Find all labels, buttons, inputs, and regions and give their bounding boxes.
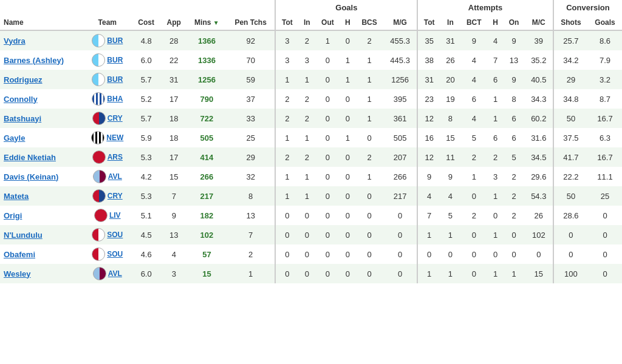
team-logo-icon: [92, 112, 106, 125]
col-goals-bcs: BCS: [355, 15, 383, 30]
player-goals-h: 0: [340, 147, 355, 167]
col-goals-in: In: [298, 15, 315, 30]
player-goals-out: 0: [315, 206, 340, 225]
player-mins: 1336: [187, 50, 227, 70]
player-name[interactable]: Origi: [0, 206, 83, 225]
player-goals-mg: 0: [383, 244, 417, 264]
player-cost: 5.2: [132, 89, 161, 109]
player-app: 7: [160, 186, 187, 206]
player-conv-goals: 0: [588, 264, 622, 283]
player-cost: 6.0: [132, 50, 161, 70]
player-name[interactable]: Gayle: [0, 128, 83, 147]
table-row: Mateta CRY 5.3 7 217 8 1 1 0 0 0 217 4 4…: [0, 186, 622, 206]
player-goals-mg: 207: [383, 147, 417, 167]
player-att-in: 9: [440, 167, 460, 186]
player-pen-tchs: 92: [227, 30, 276, 50]
table-row: Rodriguez BUR 5.7 31 1256 59 1 1 0 1 1 1…: [0, 70, 622, 89]
player-att-mc: 60.2: [525, 109, 553, 128]
player-conv-shots: 37.5: [553, 128, 588, 147]
player-att-on: 2: [503, 206, 524, 225]
player-pen-tchs: 33: [227, 109, 276, 128]
team-logo-icon: [94, 209, 108, 222]
player-goals-mg: 395: [383, 89, 417, 109]
player-goals-bcs: 0: [355, 244, 383, 264]
table-row: Barnes (Ashley) BUR 6.0 22 1336 70 3 3 0…: [0, 50, 622, 70]
player-goals-tot: 0: [275, 264, 298, 283]
player-att-in: 4: [440, 186, 460, 206]
player-conv-shots: 41.7: [553, 147, 588, 167]
player-mins: 57: [187, 244, 227, 264]
player-name[interactable]: Mateta: [0, 186, 83, 206]
player-goals-in: 1: [298, 70, 315, 89]
player-att-tot: 31: [417, 70, 440, 89]
player-name[interactable]: Obafemi: [0, 244, 83, 264]
player-name[interactable]: Wesley: [0, 264, 83, 283]
player-mins: 414: [187, 147, 227, 167]
player-goals-mg: 1256: [383, 70, 417, 89]
player-name[interactable]: Davis (Keinan): [0, 167, 83, 186]
player-cost: 5.9: [132, 128, 161, 147]
team-logo-icon: [92, 248, 105, 261]
col-att-tot: Tot: [417, 15, 440, 30]
table-row: Origi LIV 5.1 9 182 13 0 0 0 0 0 0 7 5 2…: [0, 206, 622, 225]
conversion-group-header: Conversion: [553, 0, 622, 15]
player-name[interactable]: Connolly: [0, 89, 83, 109]
player-att-on: 2: [503, 167, 524, 186]
player-att-on: 0: [503, 225, 524, 244]
player-goals-bcs: 2: [355, 147, 383, 167]
team-logo-icon: [92, 34, 105, 47]
player-cost: 5.3: [132, 147, 161, 167]
col-conv-goals: Goals: [588, 15, 622, 30]
player-att-bct: 4: [460, 109, 488, 128]
player-goals-h: 1: [340, 50, 355, 70]
player-team: BHA: [83, 89, 132, 109]
col-team: Team: [83, 15, 132, 30]
player-att-bct: 0: [460, 264, 488, 283]
player-cost: 5.7: [132, 109, 161, 128]
player-att-mc: 26: [525, 206, 553, 225]
player-att-in: 19: [440, 89, 460, 109]
col-att-bct: BCT: [460, 15, 488, 30]
player-conv-goals: 16.7: [588, 109, 622, 128]
player-goals-out: 0: [315, 244, 340, 264]
player-mins: 1256: [187, 70, 227, 89]
player-app: 18: [160, 128, 187, 147]
player-name[interactable]: Barnes (Ashley): [0, 50, 83, 70]
player-att-h: 7: [488, 50, 503, 70]
player-goals-bcs: 0: [355, 128, 383, 147]
player-goals-mg: 0: [383, 264, 417, 283]
col-goals-tot: Tot: [275, 15, 298, 30]
team-logo-icon: [92, 189, 106, 203]
player-pen-tchs: 32: [227, 167, 276, 186]
player-goals-in: 2: [298, 89, 315, 109]
player-conv-shots: 50: [553, 109, 588, 128]
player-name[interactable]: Rodriguez: [0, 70, 83, 89]
player-att-tot: 16: [417, 128, 440, 147]
player-conv-shots: 100: [553, 264, 588, 283]
player-goals-bcs: 1: [355, 70, 383, 89]
player-att-h: 6: [488, 128, 503, 147]
player-goals-bcs: 0: [355, 186, 383, 206]
player-cost: 6.0: [132, 264, 161, 283]
player-goals-tot: 0: [275, 206, 298, 225]
player-att-tot: 12: [417, 147, 440, 167]
player-goals-in: 2: [298, 109, 315, 128]
player-name[interactable]: Vydra: [0, 30, 83, 50]
player-att-bct: 0: [460, 186, 488, 206]
player-goals-in: 0: [298, 225, 315, 244]
player-att-bct: 0: [460, 225, 488, 244]
player-goals-in: 3: [298, 50, 315, 70]
col-mins[interactable]: Mins ▼: [187, 15, 227, 30]
player-goals-h: 0: [340, 264, 355, 283]
player-conv-goals: 7.9: [588, 50, 622, 70]
player-att-tot: 35: [417, 30, 440, 50]
player-name[interactable]: Batshuayi: [0, 109, 83, 128]
player-att-in: 26: [440, 50, 460, 70]
team-logo-icon: [92, 92, 105, 106]
player-name[interactable]: Eddie Nketiah: [0, 147, 83, 167]
col-att-mc: M/C: [525, 15, 553, 30]
player-name[interactable]: N'Lundulu: [0, 225, 83, 244]
player-pen-tchs: 25: [227, 128, 276, 147]
player-att-mc: 29.6: [525, 167, 553, 186]
player-cost: 5.7: [132, 70, 161, 89]
